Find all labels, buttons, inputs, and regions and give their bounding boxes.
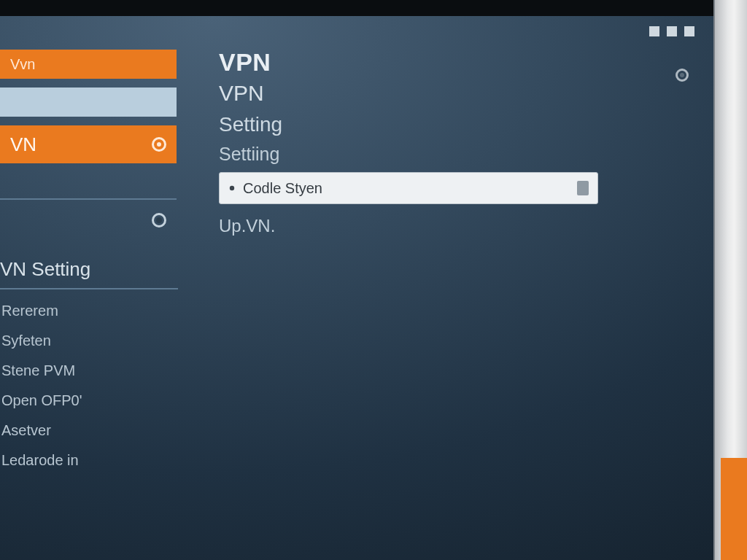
code-input[interactable]: Codle Styen [219, 172, 598, 204]
window-minimize-button[interactable] [649, 26, 659, 36]
status-indicator-icon [676, 69, 689, 82]
bezel-accent [721, 458, 747, 560]
sidebar-item-label: Stene PVM [1, 362, 75, 378]
section-heading-settiing: Settiing [219, 144, 662, 165]
sidebar-item-label: VN [10, 133, 36, 156]
field-end-marker-icon [577, 181, 589, 195]
sidebar-item-label: Syfeten [1, 332, 51, 349]
main-panel: VPN VPN Setting Settiing Codle Styen Up.… [219, 48, 662, 236]
sidebar-item-label: Open OFP0' [1, 392, 82, 408]
window-maximize-button[interactable] [667, 26, 677, 36]
sidebar-list: Rererem Syfeten Stene PVM Open OFP0' Ase… [0, 303, 190, 469]
sidebar-item-syfeten[interactable]: Syfeten [0, 332, 190, 349]
sidebar-item-blank-1[interactable] [0, 88, 177, 117]
sidebar: Vvn VN VN Setting Rererem Syfeten Stene … [0, 45, 190, 469]
sidebar-item-ledarode-in[interactable]: Ledarode in [0, 452, 190, 469]
sidebar-item-vn[interactable]: VN [0, 125, 177, 163]
sidebar-item-label: Ledarode in [1, 452, 79, 468]
sidebar-section-title-label: VN Setting [0, 258, 90, 280]
svg-point-0 [230, 186, 234, 190]
window-controls [649, 26, 694, 36]
sidebar-item-label: Asetver [1, 422, 51, 438]
hint-text: Up.VN. [219, 216, 662, 236]
sidebar-divider [0, 171, 177, 200]
sidebar-section-title: VN Setting [0, 258, 178, 289]
sidebar-item-stene-pvm[interactable]: Stene PVM [0, 362, 190, 379]
sidebar-item-radio[interactable] [0, 206, 177, 235]
sidebar-item-vvn[interactable]: Vvn [0, 50, 177, 79]
sidebar-item-rererem[interactable]: Rererem [0, 303, 190, 319]
sidebar-item-label: Rererem [1, 303, 58, 319]
page-subtitle: VPN [219, 81, 662, 106]
radio-icon [152, 137, 166, 152]
app-screen: Vvn VN VN Setting Rererem Syfeten Stene … [0, 0, 716, 560]
device-bezel [713, 0, 747, 560]
window-close-button[interactable] [684, 26, 694, 36]
code-input-value: Codle Styen [243, 180, 577, 197]
page-title: VPN [219, 48, 662, 77]
sidebar-item-open-ofp0[interactable]: Open OFP0' [0, 392, 190, 409]
sidebar-item-label: Vvn [10, 56, 35, 73]
radio-icon [152, 213, 166, 228]
bullet-icon [228, 184, 236, 192]
section-heading-setting: Setting [219, 113, 662, 136]
sidebar-item-asetver[interactable]: Asetver [0, 422, 190, 439]
